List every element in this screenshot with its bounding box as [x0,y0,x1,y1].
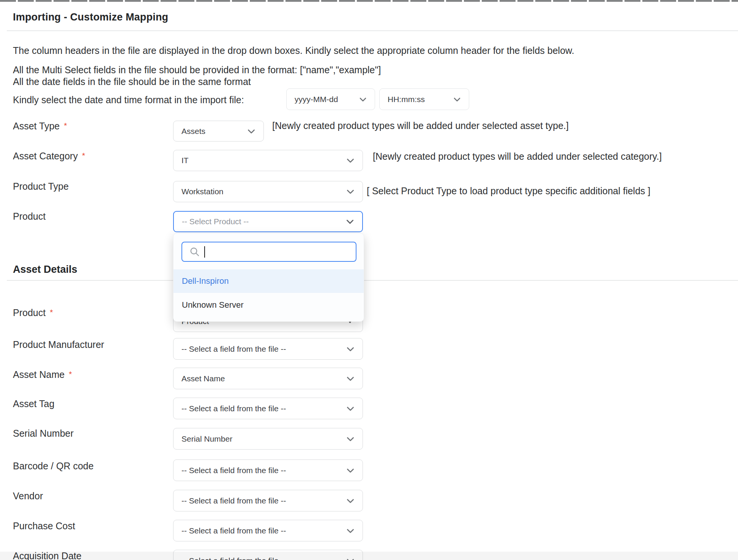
required-marker: * [69,370,72,378]
chevron-down-icon [345,556,355,560]
asset-type-label: Asset Type* [13,120,67,132]
product-option-unknown-server[interactable]: Unknown Server [173,293,364,317]
map-vendor-value: -- Select a field from the file -- [181,496,286,505]
map-purchase-cost-label: Purchase Cost [13,520,75,532]
map-asset-name-value: Asset Name [181,374,225,383]
map-asset-name-label: Asset Name* [13,369,72,381]
required-marker: * [50,308,53,316]
map-purchase-cost-select[interactable]: -- Select a field from the file -- [173,520,363,541]
chevron-down-icon [345,374,355,384]
chevron-down-icon [345,526,355,536]
map-barcode-label: Barcode / QR code [13,460,94,472]
page-title: Importing - Customize Mapping [13,11,168,23]
chevron-down-icon [345,217,355,227]
search-icon [189,246,200,258]
intro-line-2: All the Multi Select fields in the file … [13,64,381,76]
date-format-value: yyyy-MM-dd [295,95,338,104]
chevron-down-icon [345,496,355,506]
chevron-down-icon [345,434,355,444]
title-divider [7,30,738,31]
chevron-down-icon [246,126,256,136]
map-purchase-cost-value: -- Select a field from the file -- [181,526,286,535]
chevron-down-icon [345,156,355,165]
product-dropdown-panel: Dell-Inspiron Unknown Server [173,233,364,322]
asset-type-note: [Newly created product types will be add… [272,120,569,131]
required-marker: * [64,121,67,130]
time-format-value: HH:mm:ss [388,95,425,104]
intro-line-1: The column headers in the file are displ… [13,45,574,56]
product-type-select[interactable]: Workstation [173,181,363,202]
map-barcode-select[interactable]: -- Select a field from the file -- [173,459,363,481]
map-barcode-value: -- Select a field from the file -- [181,466,286,475]
map-asset-name-select[interactable]: Asset Name [173,368,363,389]
map-serial-number-value: Serial Number [181,434,232,444]
map-serial-number-select[interactable]: Serial Number [173,428,363,450]
required-marker: * [82,151,85,160]
map-product-manufacturer-label: Product Manufacturer [13,339,104,350]
map-acquisition-date-value: -- Select a field from the file -- [181,556,286,560]
import-customize-mapping-page: Importing - Customize Mapping The column… [0,0,738,560]
asset-type-value: Assets [181,127,205,136]
map-asset-tag-value: -- Select a field from the file -- [181,404,286,413]
chevron-down-icon [358,95,367,104]
asset-details-divider [7,280,738,281]
product-search-input[interactable] [205,247,351,256]
asset-category-label: Asset Category* [13,150,85,162]
asset-category-select[interactable]: IT [173,150,363,171]
chevron-down-icon [345,404,355,414]
product-search-box [181,242,356,262]
product-type-note: [ Select Product Type to load product ty… [367,186,650,197]
chevron-down-icon [453,95,462,104]
map-vendor-label: Vendor [13,490,43,502]
date-format-select[interactable]: yyyy-MM-dd [286,88,375,110]
product-option-dell-inspiron[interactable]: Dell-Inspiron [173,269,364,293]
asset-category-note: [Newly created product types will be add… [373,151,662,162]
chevron-down-icon [345,344,355,354]
product-select[interactable]: -- Select Product -- [173,211,363,232]
asset-type-select[interactable]: Assets [173,121,264,142]
map-acquisition-date-select[interactable]: -- Select a field from the file -- [173,550,363,560]
product-type-label: Product Type [13,181,69,192]
chevron-down-icon [345,466,355,475]
chevron-down-icon [345,187,355,197]
map-product-manufacturer-select[interactable]: -- Select a field from the file -- [173,338,363,360]
asset-category-value: IT [181,156,189,165]
map-asset-tag-select[interactable]: -- Select a field from the file -- [173,398,363,419]
product-type-value: Workstation [181,187,224,196]
bottom-scroll-shade [0,552,738,560]
map-serial-number-label: Serial Number [13,428,74,439]
map-vendor-select[interactable]: -- Select a field from the file -- [173,490,363,511]
product-select-value: -- Select Product -- [182,217,249,226]
asset-details-heading: Asset Details [13,264,77,275]
top-divider [0,0,738,2]
intro-line-3: All the date fields in the file should b… [13,76,251,87]
map-asset-tag-label: Asset Tag [13,398,54,409]
product-select-label: Product [13,211,46,222]
map-acquisition-date-label: Acquisition Date [13,550,82,560]
map-product-manufacturer-value: -- Select a field from the file -- [181,344,286,354]
map-product-label: Product* [13,307,53,319]
time-format-select[interactable]: HH:mm:ss [379,88,469,110]
datetime-format-label: Kindly select the date and time format i… [13,94,244,105]
